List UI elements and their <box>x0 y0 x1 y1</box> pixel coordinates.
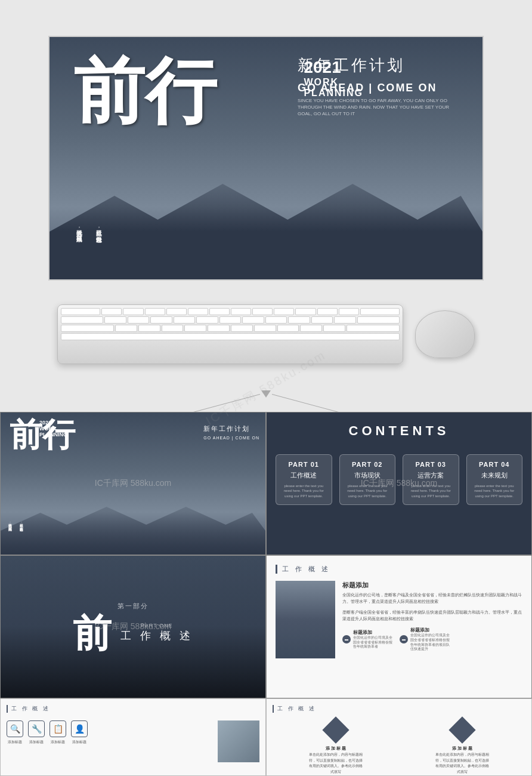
work-section-title-1: 标题添加 <box>342 581 522 590</box>
key <box>300 325 322 332</box>
small-icon-tool: 🔧 添加标题 <box>28 720 45 745</box>
small-icon-person: 👤 添加标题 <box>71 720 88 745</box>
icon-label-3: 添加标题 <box>51 740 65 745</box>
key <box>61 325 114 332</box>
mini-year: 2021WORKPLANNING <box>39 420 67 555</box>
part-03-number: PART 03 <box>408 461 454 468</box>
key <box>347 325 400 332</box>
mini-slide-title: 前行 2021WORKPLANNING 新年工作计划 GO AHEAD | CO… <box>0 412 266 555</box>
key <box>265 316 287 324</box>
slide-columns-text: 既然选择了远方，便只顾风雨兼程 既然立了目标，就全力以赴向它奔去 <box>73 226 104 232</box>
key <box>128 316 150 324</box>
small-icons-row: 🔍 添加标题 🔧 添加标题 📋 添加标题 👤 添加标题 <box>7 720 88 745</box>
part-04-box: PART 04 未来规划 please enter the text you n… <box>466 454 523 505</box>
work-icons-row: ▬ 标题添加 全国化运作的公司境及全国全省省省省标准格份报告年统筹协革者 ▬ 标… <box>342 627 522 652</box>
key <box>274 308 294 315</box>
slide-desc-en: SINCE YOU HAVE CHOSEN TO GO FAR AWAY, YO… <box>298 97 465 118</box>
key <box>188 308 208 315</box>
mini-cn-title: 新年工作计划 <box>203 424 259 433</box>
col-text-1: 既然选择了远方，便只顾风雨兼程 <box>73 226 84 232</box>
small-right-content: 工 作 概 述 添 加 标 题 单击此处添加内容，内容与标题相符，可以直接复制粘… <box>267 699 531 775</box>
mini-col-1: 既然选择了远方，便只顾风雨兼程 <box>7 521 13 525</box>
search-icon: 🔍 <box>7 720 23 737</box>
small-right-header: 工 作 概 述 <box>273 705 525 713</box>
key <box>252 308 273 315</box>
work-icon-1-circle: ▬ <box>342 635 351 643</box>
work-text-2: 垄断客户端全国全省省省，经验丰富的串烧队伍快速提升团队层聪颖力和战斗力。管理水平… <box>342 609 522 622</box>
key <box>295 308 316 315</box>
mini-slide-small-left: 工 作 概 述 🔍 添加标题 🔧 添加标题 📋 添加标题 <box>0 698 266 776</box>
icon-label-4: 添加标题 <box>72 740 86 745</box>
part-03-box: PART 03 运营方案 please enter the text you n… <box>403 454 459 505</box>
mini-col-2: 既然立了目标，就全力以赴向它奔去 <box>18 521 24 525</box>
slide-cn-title: 新年工作计划 <box>298 55 465 76</box>
mini-diamond-area: 添 加 标 题 单击此处添加内容，内容与标题相符，可以直接复制粘贴，也可选择有用… <box>273 718 525 775</box>
part-01-desc: please enter the text you need here. Tha… <box>281 484 327 498</box>
key <box>311 316 333 324</box>
key <box>254 325 276 332</box>
work-text-1: 全国化运作的公司地，垄断客户端及全国全省省省，经验未普的烂摊队伍快速升团队聪颖力… <box>342 592 522 605</box>
key <box>317 308 338 315</box>
small-icon-search: 🔍 添加标题 <box>7 720 23 745</box>
tool-icon: 🔧 <box>28 720 45 737</box>
mini-slide-part-one: 第一部分 前 PART ONE 工 作 概 述 IC千库网 588ku.com <box>0 555 266 698</box>
part-03-desc: please enter the text you need here. Tha… <box>408 484 454 498</box>
diamond-item-2: 添 加 标 题 单击此处添加内容，内容与标题相符，可以直接复制粘贴，也可选择有用… <box>435 720 489 775</box>
mini-slide-small-right: 工 作 概 述 添 加 标 题 单击此处添加内容，内容与标题相符，可以直接复制粘… <box>266 698 532 776</box>
part-03-title: 运营方案 <box>408 471 454 480</box>
key <box>231 308 251 315</box>
col-text-2: 既然立了目标，就全力以赴向它奔去 <box>93 226 104 232</box>
work-icon-2-label: 标题添加 <box>410 627 452 633</box>
arrow-connector <box>0 376 532 412</box>
key <box>138 325 160 332</box>
part-01-box: PART 01 工作概述 please enter the text you n… <box>276 454 332 505</box>
key <box>166 308 187 315</box>
key <box>162 325 184 332</box>
key <box>61 316 103 324</box>
diamond-shape-1 <box>322 716 349 743</box>
keyboard-section <box>0 292 532 376</box>
work-two-col: 标题添加 全国化运作的公司地，垄断客户端及全国全省省省，经验未普的烂摊队伍快速升… <box>276 581 522 658</box>
key <box>184 325 206 332</box>
key <box>360 308 400 315</box>
work-icon-1-label: 标题添加 <box>353 629 395 636</box>
small-icon-doc: 📋 添加标题 <box>50 720 66 745</box>
work-icon-1-desc: 全国化运作的公司境及全国全省省省省标准格份报告年统筹协革者 <box>353 636 395 649</box>
key <box>323 325 345 332</box>
key <box>209 308 230 315</box>
top-slide-wrapper: 前行 2021 WORKPLANNING 新年工作计划 GO AHEAD | C… <box>0 0 532 292</box>
mini-slide-work-overview: 工 作 概 述 标题添加 全国化运作的公司地，垄断客户端及全国全省省省，经验未普… <box>266 555 532 698</box>
keyboard-image <box>57 304 403 364</box>
mini-columns: 既然选择了远方，便只顾风雨兼程 既然立了目标，就全力以赴向它奔去 <box>7 521 24 525</box>
contents-header: CONTENTS <box>267 412 531 449</box>
icon-label-2: 添加标题 <box>29 740 44 745</box>
part-02-desc: please enter the text you need here. Tha… <box>345 484 391 498</box>
arrow-down <box>261 390 271 398</box>
key <box>196 316 218 324</box>
part-number-label: 第一部分 <box>73 602 193 611</box>
part-02-box: PART 02 市场现状 please enter the text you n… <box>339 454 396 505</box>
key <box>115 325 137 332</box>
diamond-label-2: 添 加 标 题 单击此处添加内容，内容与标题相符，可以直接复制粘贴，也可选择有用… <box>435 746 489 775</box>
spacebar <box>61 333 400 340</box>
icon-label-1: 添加标题 <box>8 740 22 745</box>
small-left-content: 工 作 概 述 🔍 添加标题 🔧 添加标题 📋 添加标题 <box>1 699 265 775</box>
slide-en-subtitle: GO AHEAD | COME ON <box>298 82 465 94</box>
main-chinese-title: 前行 <box>73 55 216 127</box>
mini-right-text: 新年工作计划 GO AHEAD | COME ON <box>203 424 259 440</box>
part-01-number: PART 01 <box>281 461 327 468</box>
key <box>145 308 165 315</box>
doc-icon: 📋 <box>50 720 66 737</box>
slides-grid: 前行 2021WORKPLANNING 新年工作计划 GO AHEAD | CO… <box>0 412 532 776</box>
work-image-placeholder <box>276 581 335 658</box>
part-04-desc: please enter the text you need here. Tha… <box>472 484 518 498</box>
key <box>104 316 126 324</box>
part-04-title: 未来规划 <box>472 471 518 480</box>
part-one-char: 前 <box>73 614 112 652</box>
mini-slide-contents: CONTENTS PART 01 工作概述 please enter the t… <box>266 412 532 555</box>
small-image-placeholder <box>218 720 259 762</box>
key <box>277 325 299 332</box>
key <box>208 325 230 332</box>
key <box>357 316 400 324</box>
diamond-shape-2 <box>449 716 475 743</box>
